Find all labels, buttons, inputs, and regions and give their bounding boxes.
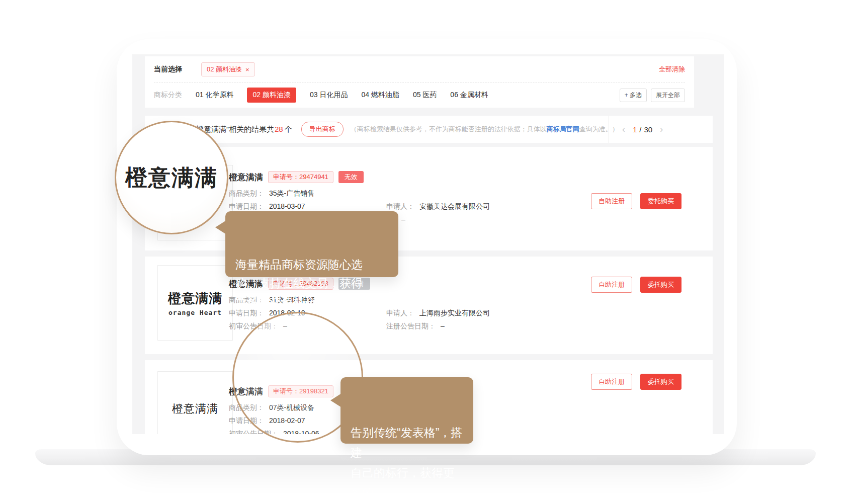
application-number-tag: 申请号：29474941 bbox=[268, 171, 333, 183]
self-register-button[interactable]: 自助注册 bbox=[591, 277, 632, 293]
status-badge-invalid: 无效 bbox=[338, 171, 364, 183]
entrust-purchase-button[interactable]: 委托购买 bbox=[640, 193, 681, 209]
category-field-label: 商品类别： bbox=[229, 189, 264, 198]
page-separator: / bbox=[639, 125, 641, 134]
magnified-trademark-text: 橙意满满 bbox=[125, 163, 218, 193]
tooltip-arrow-left-icon bbox=[215, 220, 226, 234]
stage: 当前选择 02 颜料油漆 × 全部清除 商标分类 01 化学原料 02 颜料油漆… bbox=[0, 0, 853, 504]
tooltip-promotion-text: 告别传统“发表格”，搭建 自己的标行，获得更多的 推广机会 bbox=[351, 426, 462, 504]
page-indicator: 1/30 bbox=[633, 125, 652, 134]
chip-text: 02 颜料油漆 bbox=[207, 65, 242, 74]
chip-close-icon[interactable]: × bbox=[245, 66, 249, 73]
application-number: 29474941 bbox=[299, 173, 328, 181]
reg-notice-value: – bbox=[401, 215, 405, 224]
current-selection-label: 当前选择 bbox=[154, 65, 182, 74]
row-actions: 自助注册 委托购买 bbox=[591, 193, 681, 209]
current-page: 1 bbox=[633, 125, 637, 134]
self-register-button[interactable]: 自助注册 bbox=[591, 193, 632, 209]
magnifier-circle-1: 橙意满满 bbox=[115, 121, 228, 234]
row-actions: 自助注册 委托购买 bbox=[591, 374, 681, 390]
row-actions: 自助注册 委托购买 bbox=[591, 277, 681, 293]
applicant-label: 申请人： bbox=[386, 202, 414, 211]
total-pages: 30 bbox=[644, 125, 653, 134]
apply-date-label: 申请日期： bbox=[229, 202, 264, 211]
filter-card: 当前选择 02 颜料油漆 × 全部清除 商标分类 01 化学原料 02 颜料油漆… bbox=[145, 56, 694, 108]
page-prev-icon[interactable]: ‹ bbox=[622, 125, 625, 134]
category-item-02-selected[interactable]: 02 颜料油漆 bbox=[247, 88, 296, 103]
applicant-value: 上海雨步实业有限公司 bbox=[419, 308, 490, 318]
pagination: ‹ 1/30 › bbox=[609, 116, 713, 143]
current-selection-row: 当前选择 02 颜料油漆 × 全部清除 bbox=[145, 56, 694, 82]
category-actions: + 多选 展开全部 bbox=[620, 89, 685, 102]
category-item-03[interactable]: 03 日化用品 bbox=[310, 91, 348, 100]
tooltip-marketplace: 海量精品商标资源随心选 购。支持在线交易，获得 更多的交易机会 bbox=[225, 211, 398, 277]
count-unit: 个 bbox=[285, 125, 292, 133]
trademark-image: 橙意满满 bbox=[157, 371, 233, 434]
entrust-purchase-button[interactable]: 委托购买 bbox=[640, 374, 681, 390]
category-field-value: 35类-广告销售 bbox=[269, 189, 314, 198]
entrust-purchase-button[interactable]: 委托购买 bbox=[640, 277, 681, 293]
clear-all-button[interactable]: 全部清除 bbox=[659, 65, 685, 74]
result-count: 28 bbox=[275, 125, 283, 133]
apply-date-value: 2018-03-07 bbox=[269, 202, 305, 211]
category-item-01[interactable]: 01 化学原料 bbox=[196, 91, 233, 100]
category-item-06[interactable]: 06 金属材料 bbox=[450, 91, 488, 100]
trademark-image-subtext: orange Heart bbox=[168, 309, 222, 316]
reg-notice-label: 注册公告日期： bbox=[386, 321, 436, 331]
trademark-image-text: 橙意满满 bbox=[172, 401, 218, 416]
self-register-button[interactable]: 自助注册 bbox=[591, 374, 632, 390]
trademark-image: 橙意满满 orange Heart bbox=[157, 265, 233, 341]
selected-filter-chip[interactable]: 02 颜料油漆 × bbox=[201, 62, 255, 76]
disclaimer-text: （商标检索结果仅供参考，不作为商标能否注册的法律依据；具体以 bbox=[351, 125, 547, 133]
disclaimer: （商标检索结果仅供参考，不作为商标能否注册的法律依据；具体以商标局官网查询为准。… bbox=[351, 125, 619, 134]
applicant-label: 申请人： bbox=[386, 308, 414, 318]
tooltip-promotion: 告别传统“发表格”，搭建 自己的标行，获得更多的 推广机会 bbox=[340, 377, 473, 444]
multi-select-button[interactable]: + 多选 bbox=[620, 89, 647, 102]
category-row: 商标分类 01 化学原料 02 颜料油漆 03 日化用品 04 燃料油脂 05 … bbox=[145, 83, 694, 107]
trademark-image-text: 橙意满满 bbox=[168, 290, 222, 307]
category-label: 商标分类 bbox=[154, 91, 182, 100]
application-number-label: 申请号： bbox=[273, 173, 299, 181]
reg-notice-value: – bbox=[441, 321, 445, 331]
trademark-office-link[interactable]: 商标局官网 bbox=[547, 125, 579, 133]
tooltip-arrow-left-icon bbox=[330, 393, 342, 407]
applicant-value: 安徽美达会展有限公司 bbox=[419, 202, 490, 211]
expand-all-button[interactable]: 展开全部 bbox=[651, 89, 685, 102]
category-item-04[interactable]: 04 燃料油脂 bbox=[361, 91, 399, 100]
category-item-05[interactable]: 05 医药 bbox=[413, 91, 437, 100]
page-next-icon[interactable]: › bbox=[660, 125, 663, 134]
results-header: 为您检索到“橙意满满”相关的结果共28个 导出商标 （商标检索结果仅供参考，不作… bbox=[145, 116, 713, 143]
trademark-name: 橙意满满 bbox=[229, 172, 263, 183]
export-trademarks-button[interactable]: 导出商标 bbox=[301, 122, 344, 137]
